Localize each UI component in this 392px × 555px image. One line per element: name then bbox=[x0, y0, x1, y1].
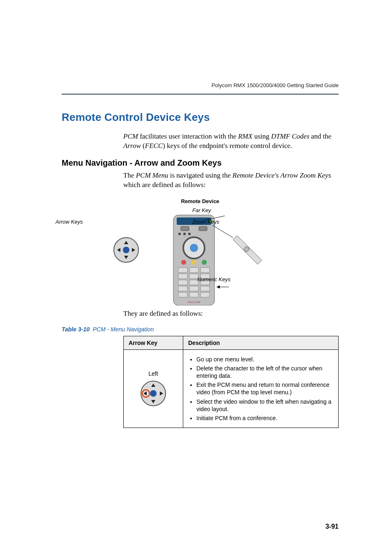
svg-point-17 bbox=[191, 260, 196, 265]
list-item: Delete the character to the left of the … bbox=[196, 365, 333, 379]
post-figure-text: They are defined as follows: bbox=[123, 309, 339, 319]
svg-point-13 bbox=[188, 233, 191, 235]
label-far-key: Far Key bbox=[192, 207, 211, 213]
figure-remote-device: Remote Device Arrow Keys Far Key Zoom Ke… bbox=[62, 198, 339, 305]
svg-point-16 bbox=[181, 260, 186, 265]
label-numeric-keys: Numeric Keys bbox=[197, 276, 231, 282]
subsection-intro: The PCM Menu is navigated using the Remo… bbox=[123, 171, 339, 190]
section-heading: Remote Control Device Keys bbox=[62, 111, 339, 124]
svg-rect-30 bbox=[201, 286, 210, 291]
table-header-description: Description bbox=[183, 336, 339, 349]
table-caption: Table 3-10 PCM - Menu Navigation bbox=[62, 326, 339, 333]
svg-line-38 bbox=[212, 225, 233, 238]
section-intro: PCM facilitates user interaction with th… bbox=[123, 132, 339, 151]
table-row: Left bbox=[124, 349, 339, 428]
svg-point-15 bbox=[190, 244, 198, 252]
svg-rect-33 bbox=[201, 292, 210, 297]
list-item: Go up one menu level. bbox=[196, 356, 333, 363]
svg-rect-20 bbox=[189, 268, 198, 273]
svg-rect-25 bbox=[178, 280, 187, 285]
menu-navigation-table: Arrow Key Description Left bbox=[123, 336, 339, 428]
running-header: Polycom RMX 1500/2000/4000 Getting Start… bbox=[62, 82, 339, 88]
left-arrow-key-icon bbox=[140, 380, 166, 407]
page-container: Polycom RMX 1500/2000/4000 Getting Start… bbox=[0, 0, 392, 555]
table-header-row: Arrow Key Description bbox=[124, 336, 339, 349]
header-divider bbox=[62, 94, 339, 95]
svg-point-18 bbox=[202, 260, 207, 265]
svg-text:POLYCOM: POLYCOM bbox=[188, 301, 200, 303]
arrow-key-name: Left bbox=[129, 370, 178, 377]
table-caption-number: Table 3-10 bbox=[62, 326, 90, 333]
list-item: Exit the PCM menu and return to normal c… bbox=[196, 381, 333, 396]
svg-rect-19 bbox=[178, 268, 187, 273]
list-item: Initiate PCM from a conference. bbox=[196, 414, 333, 422]
svg-rect-28 bbox=[178, 286, 187, 291]
label-arrow-keys: Arrow Keys bbox=[55, 219, 83, 225]
svg-rect-22 bbox=[178, 274, 187, 279]
list-item: Select the video window to the left when… bbox=[196, 398, 333, 413]
svg-point-11 bbox=[178, 233, 181, 235]
subsection-heading: Menu Navigation - Arrow and Zoom Keys bbox=[62, 158, 339, 168]
svg-rect-9 bbox=[199, 227, 207, 231]
svg-rect-21 bbox=[201, 268, 210, 273]
svg-point-36 bbox=[244, 247, 249, 252]
svg-marker-41 bbox=[217, 285, 220, 289]
svg-rect-31 bbox=[178, 292, 187, 297]
svg-point-12 bbox=[183, 233, 186, 235]
svg-line-39 bbox=[138, 245, 171, 246]
description-list: Go up one menu level. Delete the charact… bbox=[188, 356, 333, 422]
table-header-arrow-key: Arrow Key bbox=[124, 336, 183, 349]
page-number: 3-91 bbox=[325, 523, 339, 530]
table-caption-title: PCM - Menu Navigation bbox=[93, 326, 154, 333]
svg-rect-10 bbox=[181, 227, 189, 231]
content-area: Remote Control Device Keys PCM facilitat… bbox=[62, 111, 339, 428]
svg-point-43 bbox=[150, 390, 157, 397]
svg-point-1 bbox=[123, 247, 129, 253]
svg-rect-32 bbox=[189, 292, 198, 297]
figure-title: Remote Device bbox=[62, 198, 339, 204]
label-zoom-keys: Zoom Keys bbox=[192, 219, 219, 225]
svg-rect-29 bbox=[189, 286, 198, 291]
